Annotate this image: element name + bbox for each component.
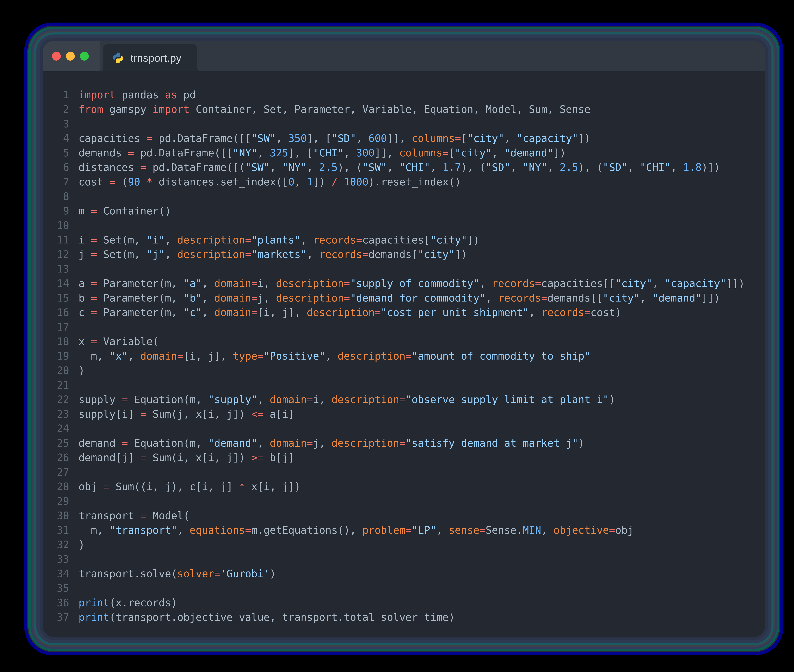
line-number: 35 xyxy=(43,581,69,595)
code-line[interactable]: 30transport = Model( xyxy=(43,509,765,523)
code-text: m, "x", domain=[i, j], type="Positive", … xyxy=(78,349,591,363)
line-number: 17 xyxy=(43,320,69,334)
code-text: ) xyxy=(78,538,85,552)
code-line[interactable]: 20) xyxy=(43,363,765,378)
code-text: a = Parameter(m, "a", domain=i, descript… xyxy=(78,276,744,291)
line-number: 30 xyxy=(43,509,69,523)
code-line[interactable]: 23supply[i] = Sum(j, x[i, j]) <= a[i] xyxy=(43,407,765,421)
code-line[interactable]: 8 xyxy=(43,189,765,204)
code-line[interactable]: 1import pandas as pd xyxy=(43,88,765,102)
code-text: transport = Model( xyxy=(78,509,189,523)
code-line[interactable]: 21 xyxy=(43,378,765,392)
code-line[interactable]: 13 xyxy=(43,262,765,276)
maximize-button[interactable] xyxy=(80,52,89,61)
line-number: 13 xyxy=(43,262,69,276)
code-line[interactable]: 25demand = Equation(m, "demand", domain=… xyxy=(43,436,765,450)
line-number: 4 xyxy=(43,131,69,146)
line-number: 15 xyxy=(43,291,69,305)
code-text: distances = pd.DataFrame([("SW", "NY", 2… xyxy=(78,160,720,174)
code-text: obj = Sum((i, j), c[i, j] * x[i, j]) xyxy=(78,479,301,494)
code-line[interactable]: 7cost = (90 * distances.set_index([0, 1]… xyxy=(43,174,765,189)
line-number: 29 xyxy=(43,494,69,509)
code-line[interactable]: 15b = Parameter(m, "b", domain=j, descri… xyxy=(43,291,765,305)
traffic-light-panel xyxy=(43,41,101,71)
code-text: x = Variable( xyxy=(78,334,159,349)
line-number: 6 xyxy=(43,160,69,174)
minimize-button[interactable] xyxy=(66,52,75,61)
code-line[interactable]: 18x = Variable( xyxy=(43,334,765,349)
code-text: supply[i] = Sum(j, x[i, j]) <= a[i] xyxy=(78,407,295,421)
line-number: 28 xyxy=(43,479,69,494)
line-number: 26 xyxy=(43,450,69,465)
line-number: 12 xyxy=(43,247,69,262)
line-number: 31 xyxy=(43,523,69,538)
code-text: j = Set(m, "j", description="markets", r… xyxy=(78,247,467,262)
line-number: 36 xyxy=(43,595,69,610)
code-line[interactable]: 12j = Set(m, "j", description="markets",… xyxy=(43,247,765,262)
code-line[interactable]: 26demand[j] = Sum(i, x[i, j]) >= b[j] xyxy=(43,450,765,465)
code-line[interactable]: 22supply = Equation(m, "supply", domain=… xyxy=(43,392,765,407)
code-line[interactable]: 34transport.solve(solver='Gurobi') xyxy=(43,566,765,581)
line-number: 8 xyxy=(43,189,69,204)
code-line[interactable]: 9m = Container() xyxy=(43,204,765,218)
code-line[interactable]: 36print(x.records) xyxy=(43,595,765,610)
code-line[interactable]: 14a = Parameter(m, "a", domain=i, descri… xyxy=(43,276,765,291)
line-number: 7 xyxy=(43,174,69,189)
code-line[interactable]: 17 xyxy=(43,320,765,334)
code-line[interactable]: 16c = Parameter(m, "c", domain=[i, j], d… xyxy=(43,305,765,320)
code-text: print(x.records) xyxy=(78,595,177,610)
line-number: 2 xyxy=(43,102,69,117)
line-number: 34 xyxy=(43,566,69,581)
code-text: demand[j] = Sum(i, x[i, j]) >= b[j] xyxy=(78,450,295,465)
line-number: 9 xyxy=(43,204,69,218)
line-number: 20 xyxy=(43,363,69,378)
code-text: b = Parameter(m, "b", domain=j, descript… xyxy=(78,291,720,305)
line-number: 27 xyxy=(43,465,69,479)
tab-title: trnsport.py xyxy=(130,52,181,64)
code-text: i = Set(m, "i", description="plants", re… xyxy=(78,233,479,247)
line-number: 25 xyxy=(43,436,69,450)
code-editor-window: trnsport.py 1import pandas as pd2from ga… xyxy=(43,41,765,637)
line-number: 23 xyxy=(43,407,69,421)
code-text: m = Container() xyxy=(78,204,171,218)
window-titlebar: trnsport.py xyxy=(43,41,765,71)
code-line[interactable]: 6distances = pd.DataFrame([("SW", "NY", … xyxy=(43,160,765,174)
code-line[interactable]: 3 xyxy=(43,117,765,131)
tab-trnsport-py[interactable]: trnsport.py xyxy=(103,45,197,71)
code-line[interactable]: 35 xyxy=(43,581,765,595)
python-icon xyxy=(112,52,124,64)
code-line[interactable]: 5demands = pd.DataFrame([["NY", 325], ["… xyxy=(43,146,765,160)
code-text: capacities = pd.DataFrame([["SW", 350], … xyxy=(78,131,591,146)
code-line[interactable]: 19 m, "x", domain=[i, j], type="Positive… xyxy=(43,349,765,363)
line-number: 19 xyxy=(43,349,69,363)
code-editor[interactable]: 1import pandas as pd2from gamspy import … xyxy=(43,71,765,637)
code-line[interactable]: 32) xyxy=(43,538,765,552)
code-line[interactable]: 2from gamspy import Container, Set, Para… xyxy=(43,102,765,117)
code-line[interactable]: 24 xyxy=(43,421,765,436)
code-text: from gamspy import Container, Set, Param… xyxy=(78,102,591,117)
line-number: 37 xyxy=(43,610,69,624)
code-text: ) xyxy=(78,363,85,378)
code-line[interactable]: 31 m, "transport", equations=m.getEquati… xyxy=(43,523,765,538)
code-line[interactable]: 4capacities = pd.DataFrame([["SW", 350],… xyxy=(43,131,765,146)
code-text: import pandas as pd xyxy=(78,88,196,102)
line-number: 5 xyxy=(43,146,69,160)
line-number: 24 xyxy=(43,421,69,436)
code-line[interactable]: 28obj = Sum((i, j), c[i, j] * x[i, j]) xyxy=(43,479,765,494)
line-number: 32 xyxy=(43,538,69,552)
code-text: transport.solve(solver='Gurobi') xyxy=(78,566,276,581)
code-text: cost = (90 * distances.set_index([0, 1])… xyxy=(78,174,461,189)
code-line[interactable]: 33 xyxy=(43,552,765,566)
line-number: 14 xyxy=(43,276,69,291)
line-number: 10 xyxy=(43,218,69,233)
line-number: 22 xyxy=(43,392,69,407)
code-line[interactable]: 10 xyxy=(43,218,765,233)
code-line[interactable]: 37print(transport.objective_value, trans… xyxy=(43,610,765,624)
code-text: demand = Equation(m, "demand", domain=j,… xyxy=(78,436,584,450)
line-number: 16 xyxy=(43,305,69,320)
code-text: m, "transport", equations=m.getEquations… xyxy=(78,523,634,538)
code-line[interactable]: 11i = Set(m, "i", description="plants", … xyxy=(43,233,765,247)
code-line[interactable]: 29 xyxy=(43,494,765,509)
close-button[interactable] xyxy=(52,52,61,61)
code-line[interactable]: 27 xyxy=(43,465,765,479)
